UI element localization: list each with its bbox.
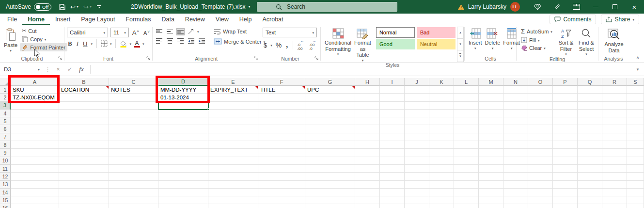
autosum-button[interactable]: Σ AutoSum ▾ <box>519 27 556 36</box>
cell-I4[interactable] <box>380 110 405 117</box>
row-header-2[interactable]: 2 <box>0 94 11 101</box>
cell-R7[interactable] <box>602 133 627 141</box>
cell-K4[interactable] <box>429 110 454 117</box>
insert-function-button[interactable]: fx <box>76 65 87 73</box>
cell-Q8[interactable] <box>578 141 602 149</box>
increase-font-size-button[interactable]: A˄ <box>131 29 140 36</box>
cell-C12[interactable] <box>109 173 158 180</box>
cell-G7[interactable] <box>305 133 355 141</box>
number-dialog-launcher[interactable] <box>314 56 319 61</box>
clipboard-dialog-launcher[interactable] <box>58 56 63 61</box>
cell-O14[interactable] <box>528 189 553 196</box>
delete-cells-button[interactable]: Delete ▾ <box>484 27 502 55</box>
row-header-14[interactable]: 14 <box>0 189 11 196</box>
cell-R16[interactable] <box>602 204 627 208</box>
cell-A7[interactable] <box>11 133 59 141</box>
cell-D11[interactable] <box>158 165 208 173</box>
cell-Q13[interactable] <box>578 181 602 189</box>
ribbon-display-options-icon[interactable] <box>566 0 586 14</box>
cell-Q4[interactable] <box>578 110 602 117</box>
cell-L6[interactable] <box>454 125 479 133</box>
gallery-down-button[interactable]: ▾ <box>457 39 463 50</box>
cell-A9[interactable] <box>11 149 59 157</box>
cell-E15[interactable] <box>208 196 258 204</box>
cell-J14[interactable] <box>405 189 429 196</box>
cell-H12[interactable] <box>355 173 380 180</box>
cell-B5[interactable] <box>59 117 109 125</box>
cell-Q2[interactable] <box>578 94 602 101</box>
cell-H15[interactable] <box>355 196 380 204</box>
cell-N1[interactable] <box>503 86 528 94</box>
cell-C16[interactable] <box>109 204 158 208</box>
cell-I11[interactable] <box>380 165 405 173</box>
cell-B1[interactable]: LOCATION <box>59 86 109 94</box>
cell-N15[interactable] <box>503 196 528 204</box>
cell-S14[interactable] <box>627 189 644 196</box>
cell-Q10[interactable] <box>578 157 602 165</box>
cancel-button[interactable]: × <box>52 66 64 73</box>
cell-O7[interactable] <box>528 133 553 141</box>
column-header-J[interactable]: J <box>405 78 429 86</box>
insert-cells-button[interactable]: Insert ▾ <box>467 27 484 55</box>
name-box[interactable]: D3 ▾ <box>0 64 43 74</box>
row-header-11[interactable]: 11 <box>0 165 11 173</box>
cell-L2[interactable] <box>454 94 479 101</box>
copy-button[interactable]: Copy ▾ <box>20 35 67 43</box>
cell-G14[interactable] <box>305 189 355 196</box>
cell-B15[interactable] <box>59 196 109 204</box>
tab-home[interactable]: Home <box>22 14 50 25</box>
cell-F16[interactable] <box>258 204 305 208</box>
tab-view[interactable]: View <box>210 14 234 25</box>
sort-filter-button[interactable]: AZ Sort & Filter ▾ <box>556 27 576 56</box>
column-header-I[interactable]: I <box>380 78 405 86</box>
close-button[interactable]: × <box>625 0 644 14</box>
clear-button[interactable]: Clear ▾ <box>519 44 556 52</box>
cell-E7[interactable] <box>208 133 258 141</box>
cell-C6[interactable] <box>109 125 158 133</box>
cell-N14[interactable] <box>503 189 528 196</box>
save-button[interactable] <box>59 4 65 10</box>
cell-L9[interactable] <box>454 149 479 157</box>
cell-E16[interactable] <box>208 204 258 208</box>
cell-Q1[interactable] <box>578 86 602 94</box>
cell-G13[interactable] <box>305 181 355 189</box>
cell-G3[interactable] <box>305 102 355 110</box>
cell-S13[interactable] <box>627 181 644 189</box>
cell-O4[interactable] <box>528 110 553 117</box>
cell-K8[interactable] <box>429 141 454 149</box>
cell-K13[interactable] <box>429 181 454 189</box>
cell-C9[interactable] <box>109 149 158 157</box>
cell-M10[interactable] <box>479 157 503 165</box>
cell-R9[interactable] <box>602 149 627 157</box>
cell-I7[interactable] <box>380 133 405 141</box>
cell-A3[interactable] <box>11 102 59 110</box>
minimize-button[interactable] <box>586 0 605 14</box>
cell-A12[interactable] <box>11 173 59 180</box>
cell-R2[interactable] <box>602 94 627 101</box>
cell-S1[interactable] <box>627 86 644 94</box>
cell-P12[interactable] <box>553 173 578 180</box>
cell-S3[interactable] <box>627 102 644 110</box>
cell-K12[interactable] <box>429 173 454 180</box>
row-header-16[interactable]: 16 <box>0 204 11 208</box>
cell-J7[interactable] <box>405 133 429 141</box>
cell-S8[interactable] <box>627 141 644 149</box>
cell-E5[interactable] <box>208 117 258 125</box>
cell-B16[interactable] <box>59 204 109 208</box>
cell-R11[interactable] <box>602 165 627 173</box>
style-chip-neutral[interactable]: Neutral <box>417 39 456 49</box>
user-name[interactable]: Larry Lubarsky <box>468 3 506 10</box>
cell-O5[interactable] <box>528 117 553 125</box>
cell-B3[interactable] <box>59 102 109 110</box>
cell-A6[interactable] <box>11 125 59 133</box>
cell-A11[interactable] <box>11 165 59 173</box>
cell-H14[interactable] <box>355 189 380 196</box>
cell-C14[interactable] <box>109 189 158 196</box>
cell-L5[interactable] <box>454 117 479 125</box>
cell-M16[interactable] <box>479 204 503 208</box>
cell-S4[interactable] <box>627 110 644 117</box>
cell-E4[interactable] <box>208 110 258 117</box>
column-header-O[interactable]: O <box>528 78 553 86</box>
warning-icon[interactable] <box>457 4 465 10</box>
comments-button[interactable]: Comments <box>550 15 596 24</box>
